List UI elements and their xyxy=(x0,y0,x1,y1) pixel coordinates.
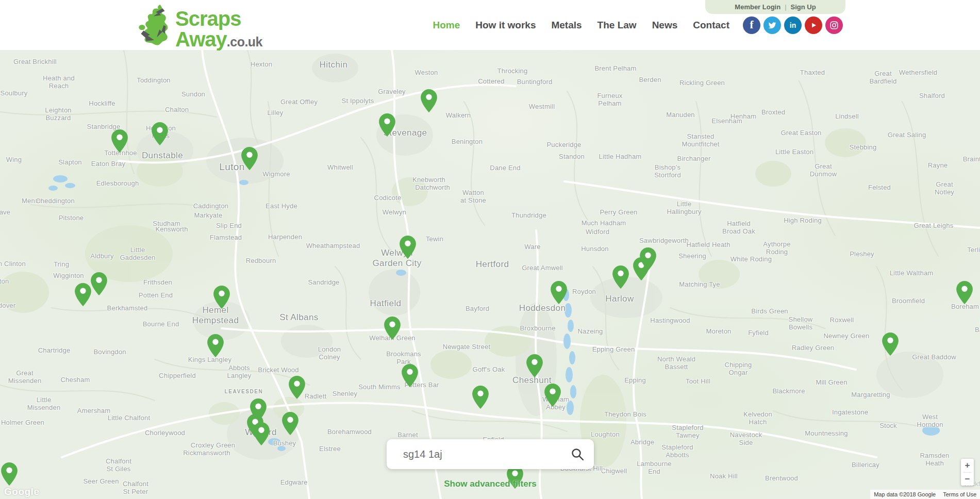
site-logo[interactable]: Scraps Away.co.uk xyxy=(137,4,262,49)
postcode-search-box xyxy=(387,439,594,469)
main-nav: HomeHow it worksMetalsThe LawNewsContact xyxy=(433,0,729,50)
map-pin[interactable] xyxy=(207,334,224,357)
map-data-text: Map data ©2018 Google xyxy=(870,490,939,499)
map-pin[interactable] xyxy=(1,462,18,486)
map-pin[interactable] xyxy=(282,412,298,435)
map-terrain xyxy=(0,50,980,499)
nav-item-how-it-works[interactable]: How it works xyxy=(475,20,536,31)
logo-wordmark: Scraps Away.co.uk xyxy=(175,4,262,49)
map-pin[interactable] xyxy=(241,147,258,170)
member-login-link[interactable]: Member Login xyxy=(735,3,780,11)
youtube-icon[interactable] xyxy=(805,16,822,34)
show-advanced-filters-link[interactable]: Show advanced filters xyxy=(444,479,537,489)
map-attribution: Map data ©2018 Google Terms of Use xyxy=(870,490,980,499)
nav-item-home[interactable]: Home xyxy=(433,20,460,31)
nav-item-contact[interactable]: Contact xyxy=(693,20,729,31)
map-zoom-control: + − xyxy=(961,459,974,486)
uk-map-recycle-icon xyxy=(137,4,171,46)
map-pin[interactable] xyxy=(472,386,489,409)
map-pin[interactable] xyxy=(640,247,656,271)
logo-word-scraps: Scraps xyxy=(175,8,241,29)
zoom-in-button[interactable]: + xyxy=(961,459,974,472)
linkedin-icon[interactable]: in xyxy=(784,16,802,34)
google-logo[interactable]: Google xyxy=(4,486,39,497)
map-pin[interactable] xyxy=(612,265,629,289)
topbar-separator: | xyxy=(785,3,786,11)
map-pin[interactable] xyxy=(956,281,973,304)
logo-tld: .co.uk xyxy=(227,36,262,48)
nav-item-the-law[interactable]: The Law xyxy=(597,20,637,31)
map-pin[interactable] xyxy=(379,113,395,137)
facebook-icon[interactable]: f xyxy=(743,16,760,34)
terms-of-use-link[interactable]: Terms of Use xyxy=(939,490,980,499)
page: Great BrickhillHeath and ReachSoulburyHo… xyxy=(0,0,980,499)
instagram-icon[interactable] xyxy=(825,16,843,34)
map-pin[interactable] xyxy=(75,283,91,306)
map-pin[interactable] xyxy=(213,286,230,309)
map-canvas[interactable]: Great BrickhillHeath and ReachSoulburyHo… xyxy=(0,50,980,499)
search-button[interactable] xyxy=(567,447,594,461)
map-pin[interactable] xyxy=(152,122,168,145)
map-pin[interactable] xyxy=(384,317,401,340)
logo-word-away: Away xyxy=(175,29,227,49)
map-pin[interactable] xyxy=(551,281,567,304)
map-pin[interactable] xyxy=(421,89,437,112)
topbar: Member Login | Sign Up xyxy=(705,0,845,14)
sign-up-link[interactable]: Sign Up xyxy=(791,3,816,11)
map-pin[interactable] xyxy=(402,364,418,387)
twitter-icon[interactable] xyxy=(763,16,781,34)
map-pin[interactable] xyxy=(544,384,561,407)
site-header: Scraps Away.co.uk HomeHow it worksMetals… xyxy=(0,0,980,50)
map-pin[interactable] xyxy=(253,422,270,445)
map-pin[interactable] xyxy=(400,236,416,259)
map-pin[interactable] xyxy=(289,376,305,399)
nav-item-metals[interactable]: Metals xyxy=(551,20,582,31)
map-pin[interactable] xyxy=(91,272,107,295)
map-pin[interactable] xyxy=(882,332,899,356)
postcode-search-input[interactable] xyxy=(387,448,567,460)
nav-item-news[interactable]: News xyxy=(652,20,678,31)
map-pin[interactable] xyxy=(111,129,128,153)
zoom-out-button[interactable]: − xyxy=(961,473,974,486)
search-icon xyxy=(571,447,585,461)
map-pin[interactable] xyxy=(526,354,543,377)
